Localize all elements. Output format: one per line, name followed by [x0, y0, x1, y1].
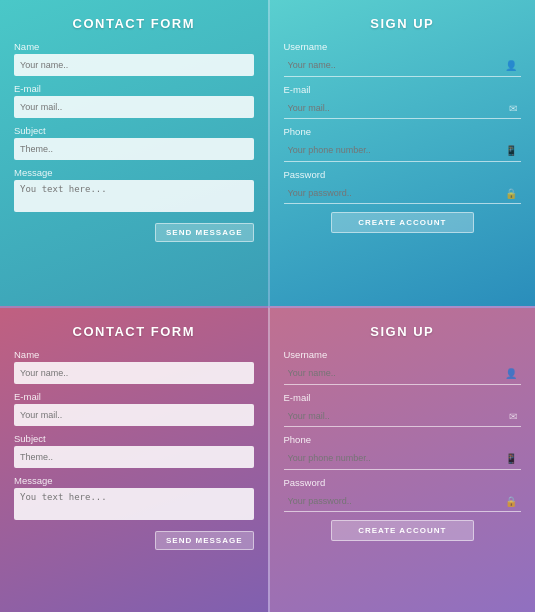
br-email-label: E-mail [284, 392, 522, 403]
bl-message-label: Message [14, 475, 254, 486]
bl-email-label: E-mail [14, 391, 254, 402]
subject-label: Subject [14, 125, 254, 136]
signup-form-teal: SIGN UP Username 👤 E-mail ✉ Phone 📱 Pass… [268, 0, 536, 306]
send-message-button-purple[interactable]: SEND MESSAGE [155, 531, 253, 550]
br-phone-field-wrap: Phone 📱 [284, 434, 522, 470]
bl-name-field-wrap: Name [14, 349, 254, 384]
bl-subject-field-wrap: Subject [14, 433, 254, 468]
br-username-input[interactable] [284, 363, 522, 385]
name-input[interactable] [14, 54, 254, 76]
create-account-button-teal[interactable]: CREATE ACCOUNT [331, 212, 474, 233]
contact-form-purple-title: CONTACT FORM [14, 324, 254, 339]
name-label: Name [14, 41, 254, 52]
bl-message-textarea[interactable] [14, 488, 254, 520]
password-label: Password [284, 169, 522, 180]
name-field-wrap: Name [14, 41, 254, 76]
br-phone-label: Phone [284, 434, 522, 445]
subject-input[interactable] [14, 138, 254, 160]
br-password-field-wrap: Password 🔒 [284, 477, 522, 513]
username-input[interactable] [284, 55, 522, 77]
br-email-field-wrap: E-mail ✉ [284, 392, 522, 428]
message-field-wrap: Message [14, 167, 254, 216]
phone-label: Phone [284, 126, 522, 137]
bl-message-field-wrap: Message [14, 475, 254, 524]
signup-teal-title: SIGN UP [284, 16, 522, 31]
phone-input[interactable] [284, 140, 522, 162]
signup-form-pink: SIGN UP Username 👤 E-mail ✉ Phone 📱 Pass… [268, 306, 536, 612]
contact-form-teal-title: CONTACT FORM [14, 16, 254, 31]
username-label: Username [284, 41, 522, 52]
bl-email-input[interactable] [14, 404, 254, 426]
bl-subject-label: Subject [14, 433, 254, 444]
message-textarea[interactable] [14, 180, 254, 212]
create-account-button-pink[interactable]: CREATE ACCOUNT [331, 520, 474, 541]
bl-name-input[interactable] [14, 362, 254, 384]
bl-email-field-wrap: E-mail [14, 391, 254, 426]
username-field-wrap: Username 👤 [284, 41, 522, 77]
br-username-field-wrap: Username 👤 [284, 349, 522, 385]
signup-email-label: E-mail [284, 84, 522, 95]
br-username-label: Username [284, 349, 522, 360]
email-input[interactable] [14, 96, 254, 118]
phone-field-wrap: Phone 📱 [284, 126, 522, 162]
subject-field-wrap: Subject [14, 125, 254, 160]
send-message-button[interactable]: SEND MESSAGE [155, 223, 253, 242]
email-field-wrap: E-mail [14, 83, 254, 118]
contact-form-purple: CONTACT FORM Name E-mail Subject Message… [0, 306, 268, 612]
signup-email-input[interactable] [284, 97, 522, 119]
br-phone-input[interactable] [284, 448, 522, 470]
bl-subject-input[interactable] [14, 446, 254, 468]
password-input[interactable] [284, 182, 522, 204]
br-email-input[interactable] [284, 405, 522, 427]
email-label: E-mail [14, 83, 254, 94]
message-label: Message [14, 167, 254, 178]
br-password-label: Password [284, 477, 522, 488]
password-field-wrap: Password 🔒 [284, 169, 522, 205]
bl-name-label: Name [14, 349, 254, 360]
signup-email-field-wrap: E-mail ✉ [284, 84, 522, 120]
contact-form-teal: CONTACT FORM Name E-mail Subject Message… [0, 0, 268, 306]
signup-pink-title: SIGN UP [284, 324, 522, 339]
br-password-input[interactable] [284, 490, 522, 512]
